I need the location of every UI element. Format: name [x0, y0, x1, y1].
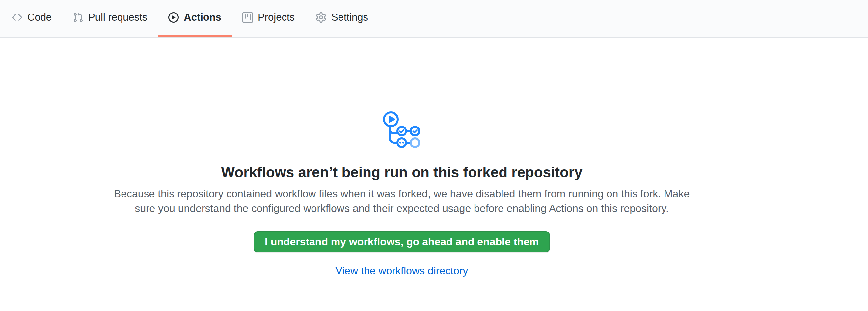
tab-projects[interactable]: Projects [232, 0, 305, 37]
tab-label: Pull requests [88, 11, 147, 23]
tab-label: Code [27, 11, 52, 23]
git-pull-request-icon [73, 12, 83, 23]
workflow-graph-icon [383, 111, 421, 149]
explanation-text: Because this repository contained workfl… [0, 186, 803, 215]
tab-label: Actions [184, 11, 221, 23]
explanation-line-2: sure you understand the configured workf… [0, 201, 803, 215]
tab-label: Settings [331, 11, 368, 23]
page-title: Workflows aren’t being run on this forke… [0, 163, 803, 181]
tab-settings[interactable]: Settings [305, 0, 379, 37]
enable-workflows-button[interactable]: I understand my workflows, go ahead and … [253, 231, 550, 252]
tab-actions[interactable]: Actions [158, 0, 232, 37]
code-icon [12, 12, 22, 23]
workflows-disabled-panel: Workflows aren’t being run on this forke… [0, 37, 803, 277]
tab-code[interactable]: Code [1, 0, 62, 37]
tab-label: Projects [258, 11, 295, 23]
tab-pull-requests[interactable]: Pull requests [62, 0, 158, 37]
explanation-line-1: Because this repository contained workfl… [0, 186, 803, 201]
gear-icon [316, 12, 326, 23]
play-icon [168, 12, 179, 23]
repo-tab-bar: Code Pull requests Actions Projects Sett… [0, 0, 868, 37]
project-icon [242, 12, 253, 23]
view-workflows-directory-link[interactable]: View the workflows directory [335, 265, 468, 277]
